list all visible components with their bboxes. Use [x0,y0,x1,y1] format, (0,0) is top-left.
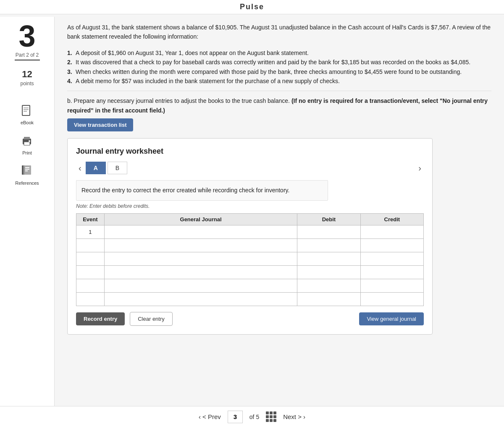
debit-cell-5[interactable] [297,279,360,292]
prev-label: < Prev [202,413,221,420]
total-pages: of 5 [249,414,259,420]
next-button[interactable]: Next > › [283,413,305,420]
col-header-credit: Credit [360,213,423,225]
instruction-b-text: b. Prepare any necessary journal entries… [67,97,290,104]
tab-b[interactable]: B [108,162,127,174]
points-number: 12 [22,69,32,80]
svg-rect-3 [24,109,29,110]
worksheet-title: Journal entry worksheet [76,147,424,156]
general-journal-input-4[interactable] [105,266,297,279]
references-button[interactable]: References [15,164,39,186]
references-icon [19,164,34,179]
svg-rect-2 [24,107,29,108]
prev-button[interactable]: ‹ < Prev [199,413,221,420]
debit-cell-1[interactable] [297,225,360,238]
list-item: 4. A debit memo for $57 was included in … [67,76,491,86]
debit-input-1[interactable] [297,225,360,238]
event-cell-2 [76,238,105,252]
journal-entry-worksheet: Journal entry worksheet ‹ A B › Record t… [67,138,433,334]
general-journal-cell-4[interactable] [104,265,297,279]
debit-input-5[interactable] [297,279,360,292]
title-text: Pulse [240,3,264,11]
ebook-button[interactable]: eBook [19,103,34,125]
debit-cell-3[interactable] [297,252,360,265]
grid-icon[interactable] [266,411,276,422]
general-journal-input-2[interactable] [105,239,297,252]
credit-input-2[interactable] [361,239,423,252]
svg-rect-6 [24,137,30,139]
current-page-box: 3 [228,411,243,423]
credit-cell-2[interactable] [360,238,423,252]
print-icon [19,134,34,149]
ebook-icon [19,103,34,118]
svg-rect-14 [25,170,28,171]
credit-input-5[interactable] [361,279,423,292]
problem-intro: As of August 31, the bank statement show… [67,23,491,42]
table-row [76,238,424,252]
app-title: Pulse [0,0,504,14]
general-journal-cell-6[interactable] [104,292,297,306]
sidebar-icons: eBook Print [15,103,39,186]
table-row [76,279,424,292]
main-content: As of August 31, the bank statement show… [55,14,504,424]
debit-cell-4[interactable] [297,265,360,279]
general-journal-input-3[interactable] [105,252,297,265]
general-journal-cell-2[interactable] [104,238,297,252]
print-button[interactable]: Print [19,134,34,155]
current-page: 3 [234,413,237,420]
event-cell-4 [76,265,105,279]
credit-cell-3[interactable] [360,252,423,265]
general-journal-input-5[interactable] [105,279,297,292]
debit-input-3[interactable] [297,252,360,265]
record-entry-button[interactable]: Record entry [76,312,125,325]
svg-rect-4 [24,111,27,112]
points-label: points [20,81,34,86]
general-journal-input-6[interactable] [105,293,297,306]
general-journal-cell-1[interactable] [104,225,297,238]
bottom-buttons: Record entry Clear entry View general jo… [76,312,424,326]
note-text: Note: Enter debits before credits. [76,203,424,209]
debit-cell-6[interactable] [297,292,360,306]
tab-next-arrow[interactable]: › [416,162,424,174]
credit-cell-5[interactable] [360,279,423,292]
tab-a[interactable]: A [86,162,106,174]
next-arrow-icon: › [303,413,305,420]
ebook-label: eBook [21,120,34,125]
debit-input-2[interactable] [297,239,360,252]
entry-description: Record the entry to correct the error cr… [76,180,328,200]
debit-cell-2[interactable] [297,238,360,252]
clear-entry-button[interactable]: Clear entry [130,312,173,326]
event-cell-6 [76,292,105,306]
part-underline-divider [15,60,40,60]
credit-cell-4[interactable] [360,265,423,279]
tabs-row: ‹ A B › [76,162,424,174]
divider [67,91,491,91]
bottom-navigation: ‹ < Prev 3 of 5 Next > › [0,406,504,427]
list-item-1-text: A deposit of $1,960 on August 31, Year 1… [76,50,309,56]
debit-input-6[interactable] [297,293,360,306]
general-journal-cell-3[interactable] [104,252,297,265]
credit-cell-6[interactable] [360,292,423,306]
credit-input-3[interactable] [361,252,423,265]
tab-prev-arrow[interactable]: ‹ [76,162,84,174]
general-journal-cell-5[interactable] [104,279,297,292]
view-transaction-list-button[interactable]: View transaction list [67,118,133,131]
credit-cell-1[interactable] [360,225,423,238]
table-row [76,265,424,279]
debit-input-4[interactable] [297,266,360,279]
general-journal-input-1[interactable] [105,225,297,238]
table-row [76,252,424,265]
question-number: 3 [18,21,35,51]
view-general-journal-button[interactable]: View general journal [359,312,424,325]
svg-rect-11 [24,165,31,175]
list-item-2-text: It was discovered that a check to pay fo… [76,59,470,65]
sidebar: 3 Part 2 of 2 12 points eBook [0,17,55,427]
credit-input-6[interactable] [361,293,423,306]
svg-rect-7 [24,142,30,145]
credit-input-4[interactable] [361,266,423,279]
table-row: 1 [76,225,424,238]
svg-rect-13 [25,169,29,170]
list-item-4-text: A debit memo for $57 was included in the… [76,78,340,84]
problem-list: 1. A deposit of $1,960 on August 31, Yea… [67,48,491,86]
credit-input-1[interactable] [361,225,423,238]
